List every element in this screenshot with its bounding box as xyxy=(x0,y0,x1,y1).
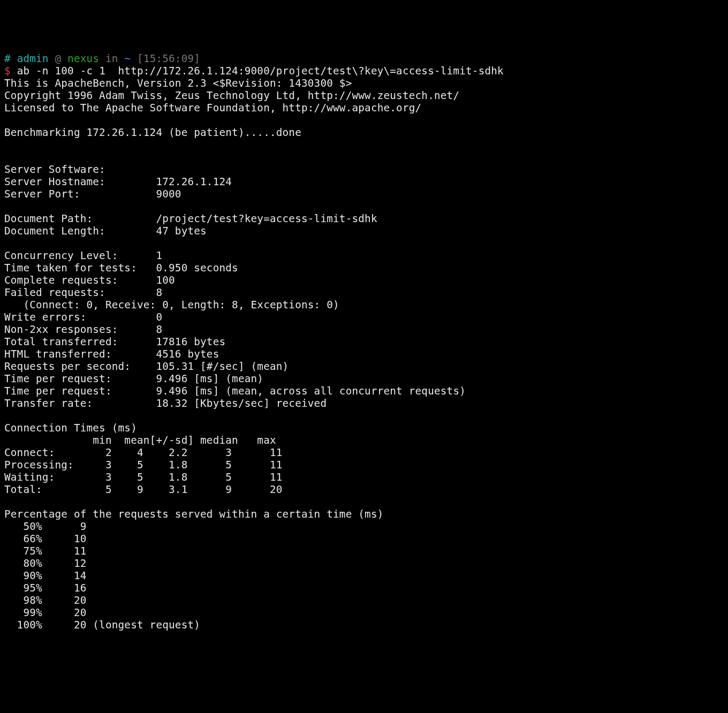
terminal-output: # admin @ nexus in ~ [15:56:09] $ ab -n … xyxy=(4,52,724,631)
requests-per-second: Requests per second: 105.31 [#/sec] (mea… xyxy=(4,360,289,373)
header-line-1: This is ApacheBench, Version 2.3 <$Revis… xyxy=(4,77,352,89)
total-transferred: Total transferred: 17816 bytes xyxy=(4,336,225,348)
prompt-dollar: $ xyxy=(4,65,17,77)
prompt-time: [15:56:09] xyxy=(131,52,200,65)
prompt-hash: # xyxy=(4,52,17,65)
pct-row: 95% 16 xyxy=(4,582,87,594)
conn-row-processing: Processing: 3 5 1.8 5 11 xyxy=(4,459,283,471)
non-2xx: Non-2xx responses: 8 xyxy=(4,323,162,336)
pct-row: 50% 9 xyxy=(4,520,87,533)
conn-row-waiting: Waiting: 3 5 1.8 5 11 xyxy=(4,471,283,483)
pct-row: 75% 11 xyxy=(4,545,87,557)
complete-requests: Complete requests: 100 xyxy=(4,274,175,286)
prompt-at: @ xyxy=(49,52,67,65)
time-per-request-2: Time per request: 9.496 [ms] (mean, acro… xyxy=(4,385,466,397)
failed-requests: Failed requests: 8 xyxy=(4,286,162,299)
server-software: Server Software: xyxy=(4,163,156,176)
write-errors: Write errors: 0 xyxy=(4,311,162,323)
transfer-rate: Transfer rate: 18.32 [Kbytes/sec] receiv… xyxy=(4,397,327,409)
pct-row: 99% 20 xyxy=(4,606,87,619)
time-taken: Time taken for tests: 0.950 seconds xyxy=(4,262,238,274)
html-transferred: HTML transferred: 4516 bytes xyxy=(4,348,219,360)
document-length: Document Length: 47 bytes xyxy=(4,225,207,237)
conn-times-header: min mean[+/-sd] median max xyxy=(4,434,276,446)
prompt-user: admin xyxy=(17,52,49,65)
server-hostname: Server Hostname: 172.26.1.124 xyxy=(4,176,232,188)
header-line-2: Copyright 1996 Adam Twiss, Zeus Technolo… xyxy=(4,89,459,102)
prompt-in: in xyxy=(99,52,124,65)
pct-row: 98% 20 xyxy=(4,594,87,606)
pct-row: 80% 12 xyxy=(4,557,87,570)
header-line-3: Licensed to The Apache Software Foundati… xyxy=(4,102,421,114)
benchmark-line: Benchmarking 172.26.1.124 (be patient)..… xyxy=(4,126,301,139)
percentile-title: Percentage of the requests served within… xyxy=(4,508,384,520)
prompt-cwd: ~ xyxy=(124,52,131,65)
concurrency-level: Concurrency Level: 1 xyxy=(4,249,162,262)
pct-row: 90% 14 xyxy=(4,570,87,582)
time-per-request-1: Time per request: 9.496 [ms] (mean) xyxy=(4,373,263,385)
pct-row: 66% 10 xyxy=(4,533,87,545)
server-port: Server Port: 9000 xyxy=(4,188,181,200)
conn-row-total: Total: 5 9 3.1 9 20 xyxy=(4,483,283,496)
pct-row: 100% 20 (longest request) xyxy=(4,619,200,631)
conn-times-title: Connection Times (ms) xyxy=(4,422,137,434)
document-path: Document Path: /project/test?key=access-… xyxy=(4,213,377,225)
failed-detail: (Connect: 0, Receive: 0, Length: 8, Exce… xyxy=(4,299,339,311)
command-text: ab -n 100 -c 1 http://172.26.1.124:9000/… xyxy=(17,65,504,77)
conn-row-connect: Connect: 2 4 2.2 3 11 xyxy=(4,446,283,459)
prompt-host: nexus xyxy=(67,52,99,65)
